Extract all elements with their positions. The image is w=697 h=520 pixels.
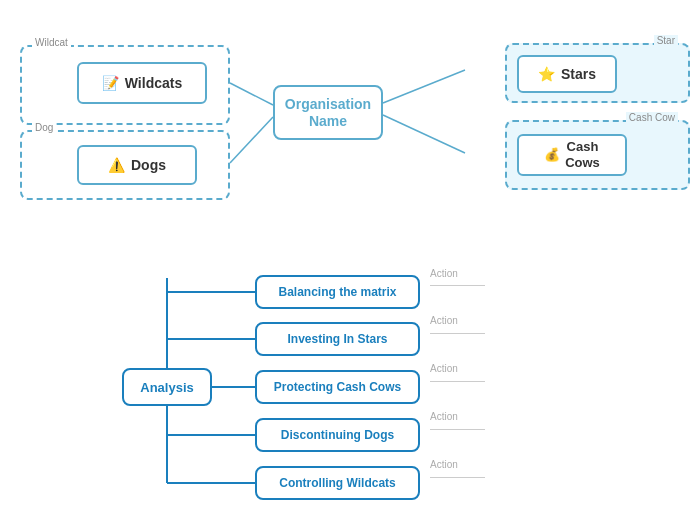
svg-line-3 — [383, 115, 465, 153]
branch-investing-label: Investing In Stars — [287, 332, 387, 346]
action-controlling: Action — [430, 459, 458, 470]
action-discontinuing: Action — [430, 411, 458, 422]
dog-label: Dog — [32, 122, 56, 133]
action-investing: Action — [430, 315, 458, 326]
stars-emoji: ⭐ — [538, 66, 555, 82]
wildcats-emoji: 📝 — [102, 75, 119, 91]
cashcows-group: Cash Cow 💰 CashCows — [505, 120, 690, 190]
wildcats-text: Wildcats — [125, 75, 182, 91]
cashcow-label: Cash Cow — [626, 112, 678, 123]
branch-controlling-label: Controlling Wildcats — [279, 476, 396, 490]
wildcats-group: Wildcat 📝 Wildcats — [20, 45, 230, 125]
dogs-node[interactable]: ⚠️ Dogs — [77, 145, 197, 185]
wildcat-label: Wildcat — [32, 37, 71, 48]
action-protecting: Action — [430, 363, 458, 374]
action-line-protecting — [430, 381, 485, 382]
branch-protecting-label: Protecting Cash Cows — [274, 380, 401, 394]
branch-investing[interactable]: Investing In Stars — [255, 322, 420, 356]
bottom-diagram: Analysis Balancing the matrix Action Inv… — [0, 230, 697, 515]
action-line-controlling — [430, 477, 485, 478]
svg-line-0 — [230, 83, 273, 105]
dogs-group: Dog ⚠️ Dogs — [20, 130, 230, 200]
cashcows-text: CashCows — [565, 139, 600, 170]
branch-discontinuing-label: Discontinuing Dogs — [281, 428, 394, 442]
stars-node[interactable]: ⭐ Stars — [517, 55, 617, 93]
action-line-balancing — [430, 285, 485, 286]
svg-line-1 — [230, 117, 273, 163]
org-label: OrganisationName — [285, 96, 371, 130]
analysis-node[interactable]: Analysis — [122, 368, 212, 406]
star-label: Star — [654, 35, 678, 46]
cashcows-node[interactable]: 💰 CashCows — [517, 134, 627, 176]
branch-balancing[interactable]: Balancing the matrix — [255, 275, 420, 309]
branch-controlling[interactable]: Controlling Wildcats — [255, 466, 420, 500]
svg-line-2 — [383, 70, 465, 103]
analysis-label: Analysis — [140, 380, 193, 395]
action-balancing: Action — [430, 268, 458, 279]
branch-protecting[interactable]: Protecting Cash Cows — [255, 370, 420, 404]
dogs-emoji: ⚠️ — [108, 157, 125, 173]
branch-discontinuing[interactable]: Discontinuing Dogs — [255, 418, 420, 452]
wildcats-node[interactable]: 📝 Wildcats — [77, 62, 207, 104]
top-diagram: Wildcat 📝 Wildcats Dog ⚠️ Dogs Organisat… — [5, 15, 695, 210]
dogs-text: Dogs — [131, 157, 166, 173]
action-line-discontinuing — [430, 429, 485, 430]
action-line-investing — [430, 333, 485, 334]
stars-text: Stars — [561, 66, 596, 82]
branch-balancing-label: Balancing the matrix — [278, 285, 396, 299]
stars-group: Star ⭐ Stars — [505, 43, 690, 103]
org-node[interactable]: OrganisationName — [273, 85, 383, 140]
cashcows-emoji: 💰 — [544, 147, 560, 163]
